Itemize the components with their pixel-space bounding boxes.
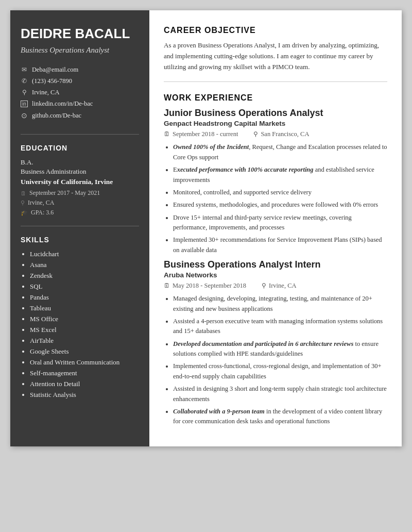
calendar-icon: 🗓 [21, 190, 26, 196]
job-dates-1: 🗓 September 2018 - current [164, 130, 238, 138]
skills-section-title: SKILLS [21, 236, 139, 244]
skill-item-0: Lucidchart [30, 250, 139, 258]
education-major: Business Administration [21, 168, 139, 176]
bullet-2-6: Collaborated with a 9-person team in the… [173, 407, 387, 427]
job-location-2: ⚲ Irvine, CA [262, 282, 296, 290]
job-bullets-2: Managed designing, developing, integrati… [164, 294, 387, 427]
skill-item-5: Tableau [30, 304, 139, 312]
contact-github: ⊙ github.com/De-bac [21, 111, 139, 120]
bullet-1-4: Ensured systems, methodologies, and proc… [173, 200, 387, 210]
contact-list: ✉ Deba@email.com ✆ (123) 456-7890 ⚲ Irvi… [21, 66, 139, 120]
linkedin-text: linkedin.com/in/De-bac [32, 100, 93, 108]
company-name-2: Aruba Networks [164, 271, 387, 279]
phone-icon: ✆ [21, 77, 28, 85]
gpa-icon: 🎓 [21, 209, 28, 216]
skill-item-3: SQL [30, 282, 139, 291]
location-icon: ⚲ [21, 89, 28, 96]
calendar-icon-2: 🗓 [164, 282, 170, 290]
bullet-1-6: Implemented 30+ recommendations for Serv… [173, 235, 387, 255]
location-icon-1: ⚲ [253, 130, 258, 138]
job-title-2: Business Operations Analyst Intern [164, 259, 387, 270]
contact-email: ✉ Deba@email.com [21, 66, 139, 74]
job-title-1: Junior Business Operations Analyst [164, 108, 387, 119]
education-dates: 🗓 September 2017 - May 2021 [21, 189, 139, 197]
job-location-1: ⚲ San Francisco, CA [253, 130, 309, 138]
email-icon: ✉ [21, 66, 28, 74]
main-content: CAREER OBJECTIVE As a proven Business Op… [149, 10, 402, 446]
job-meta-2: 🗓 May 2018 - September 2018 ⚲ Irvine, CA [164, 282, 387, 290]
sidebar: DEIDRE BACALL Business Operations Analys… [10, 10, 149, 446]
bullet-2-1: Managed designing, developing, integrati… [173, 294, 387, 314]
location-icon-edu: ⚲ [21, 200, 25, 206]
bullet-2-5: Assisted in designing 3 short and long-t… [173, 384, 387, 404]
sidebar-divider-2 [21, 226, 139, 226]
skill-item-13: Statistic Analysis [30, 391, 139, 399]
sidebar-divider-1 [21, 134, 139, 135]
skill-item-10: Oral and Written Communication [30, 358, 139, 367]
resume-wrapper: DEIDRE BACALL Business Operations Analys… [10, 10, 402, 446]
skill-item-8: AirTable [30, 337, 139, 345]
skill-item-2: Zendesk [30, 272, 139, 280]
job-dates-2: 🗓 May 2018 - September 2018 [164, 282, 246, 290]
education-school: University of California, Irvine [21, 178, 139, 186]
job-bullets-1: Owned 100% of the Incident, Request, Cha… [164, 142, 387, 255]
bullet-2-4: Implemented cross-functional, cross-regi… [173, 361, 387, 381]
contact-linkedin: in linkedin.com/in/De-bac [21, 100, 139, 108]
skill-item-11: Self-management [30, 369, 139, 377]
education-location: ⚲ Irvine, CA [21, 199, 139, 207]
skill-item-1: Asana [30, 261, 139, 269]
skill-item-6: MS Office [30, 315, 139, 323]
calendar-icon-1: 🗓 [164, 130, 170, 138]
skills-list: LucidchartAsanaZendeskSQLPandasTableauMS… [21, 250, 139, 399]
bullet-1-3: Monitored, controlled, and supported ser… [173, 188, 387, 197]
skill-item-7: MS Excel [30, 326, 139, 334]
linkedin-icon: in [21, 101, 28, 107]
education-degree: B.A. [21, 158, 139, 167]
candidate-title: Business Operations Analyst [21, 45, 139, 56]
work-divider [164, 81, 387, 82]
career-objective-heading: CAREER OBJECTIVE [164, 26, 387, 35]
bullet-1-2: Executed performance with 100% accurate … [173, 165, 387, 185]
phone-text: (123) 456-7890 [32, 77, 72, 85]
education-gpa: 🎓 GPA: 3.6 [21, 209, 139, 217]
skill-item-12: Attention to Detail [30, 380, 139, 388]
bullet-1-1: Owned 100% of the Incident, Request, Cha… [173, 142, 387, 162]
contact-location: ⚲ Irvine, CA [21, 89, 139, 96]
bullet-2-2: Assisted a 4-person executive team with … [173, 317, 387, 337]
bullet-2-3: Developed documentation and participated… [173, 339, 387, 359]
location-text: Irvine, CA [32, 89, 59, 96]
skill-item-9: Google Sheets [30, 347, 139, 356]
location-icon-2: ⚲ [262, 282, 266, 290]
github-text: github.com/De-bac [32, 112, 81, 120]
candidate-name: DEIDRE BACALL [21, 26, 139, 42]
email-text: Deba@email.com [32, 66, 78, 74]
company-name-1: Genpact Headstrong Capital Markets [164, 120, 387, 127]
bullet-1-5: Drove 15+ internal and third-party servi… [173, 213, 387, 233]
contact-phone: ✆ (123) 456-7890 [21, 77, 139, 85]
skill-item-4: Pandas [30, 293, 139, 302]
career-objective-text: As a proven Business Operations Analyst,… [164, 40, 387, 72]
job-meta-1: 🗓 September 2018 - current ⚲ San Francis… [164, 130, 387, 138]
work-experience-heading: WORK EXPERIENCE [164, 93, 387, 103]
github-icon: ⊙ [21, 111, 28, 120]
education-section-title: EDUCATION [21, 144, 139, 152]
